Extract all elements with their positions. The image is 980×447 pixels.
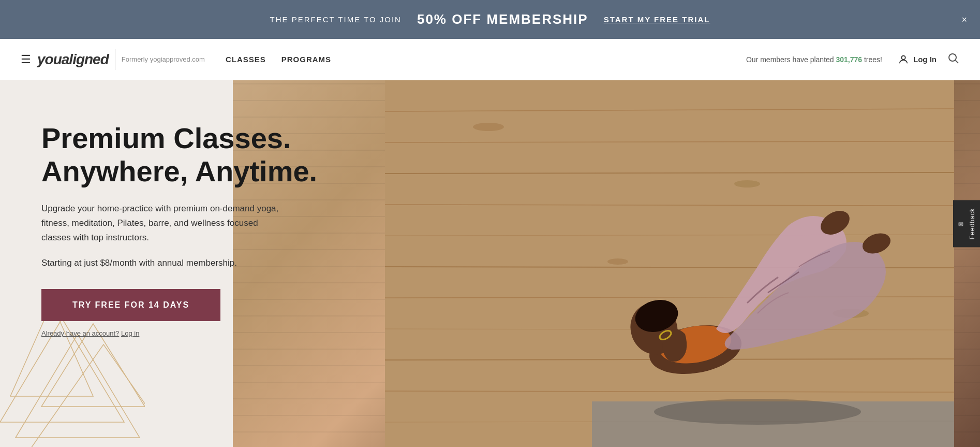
hero-account-prefix: Already have an account? bbox=[41, 329, 119, 337]
nav-divider bbox=[115, 49, 115, 70]
svg-point-0 bbox=[901, 55, 905, 59]
trees-count: 301,776 bbox=[836, 55, 862, 64]
nav-links: CLASSES PROGRAMS bbox=[226, 55, 331, 64]
hero-title: Premium Classes. Anywhere, Anytime. bbox=[41, 122, 321, 189]
hero-yoga-image bbox=[385, 80, 954, 447]
hamburger-icon[interactable]: ☰ bbox=[21, 53, 31, 66]
nav-link-classes[interactable]: CLASSES bbox=[226, 55, 266, 64]
svg-line-2 bbox=[956, 60, 959, 63]
promo-banner: THE PERFECT TIME TO JOIN 50% OFF MEMBERS… bbox=[0, 0, 980, 39]
svg-point-20 bbox=[473, 123, 504, 131]
svg-point-21 bbox=[734, 180, 760, 188]
trees-prefix-text: Our members have planted bbox=[746, 55, 836, 64]
hero-cta-button[interactable]: TRY FREE FOR 14 DAYS bbox=[41, 289, 220, 321]
hero-title-line2: Anywhere, Anytime. bbox=[41, 155, 317, 188]
svg-point-32 bbox=[654, 399, 861, 425]
hero-price-text: Starting at just $8/month with annual me… bbox=[41, 258, 321, 268]
feedback-tab[interactable]: ✉ Feedback bbox=[953, 200, 980, 247]
hero-account-text: Already have an account? Log in bbox=[41, 329, 321, 337]
site-logo[interactable]: youaligned bbox=[37, 51, 109, 68]
nav-link-programs[interactable]: PROGRAMS bbox=[281, 55, 331, 64]
trees-message: Our members have planted 301,776 trees! bbox=[746, 55, 882, 64]
banner-bold-text: 50% OFF MEMBERSHIP bbox=[417, 11, 588, 27]
login-button[interactable]: Log In bbox=[898, 54, 937, 65]
banner-cta-link[interactable]: START MY FREE TRIAL bbox=[604, 15, 710, 24]
nav-formerly-text: Formerly yogiapproved.com bbox=[122, 55, 205, 63]
feedback-icon: ✉ bbox=[957, 220, 964, 227]
banner-left-text: THE PERFECT TIME TO JOIN bbox=[270, 15, 402, 24]
user-icon bbox=[898, 54, 909, 65]
navbar: ☰ youaligned Formerly yogiapproved.com C… bbox=[0, 39, 980, 80]
hero-description: Upgrade your home-practice with premium … bbox=[41, 201, 290, 245]
hero-content: Premium Classes. Anywhere, Anytime. Upgr… bbox=[0, 80, 352, 368]
login-label: Log In bbox=[913, 55, 937, 64]
banner-close-button[interactable]: × bbox=[961, 14, 967, 25]
svg-point-1 bbox=[949, 54, 956, 61]
hero-title-line1: Premium Classes. bbox=[41, 122, 291, 154]
trees-suffix-text: trees! bbox=[862, 55, 882, 64]
hero-account-login-link[interactable]: Log in bbox=[121, 329, 139, 337]
feedback-label: Feedback bbox=[969, 208, 976, 239]
svg-point-22 bbox=[607, 258, 628, 265]
hero-section: Premium Classes. Anywhere, Anytime. Upgr… bbox=[0, 80, 980, 447]
search-icon[interactable] bbox=[947, 52, 959, 67]
